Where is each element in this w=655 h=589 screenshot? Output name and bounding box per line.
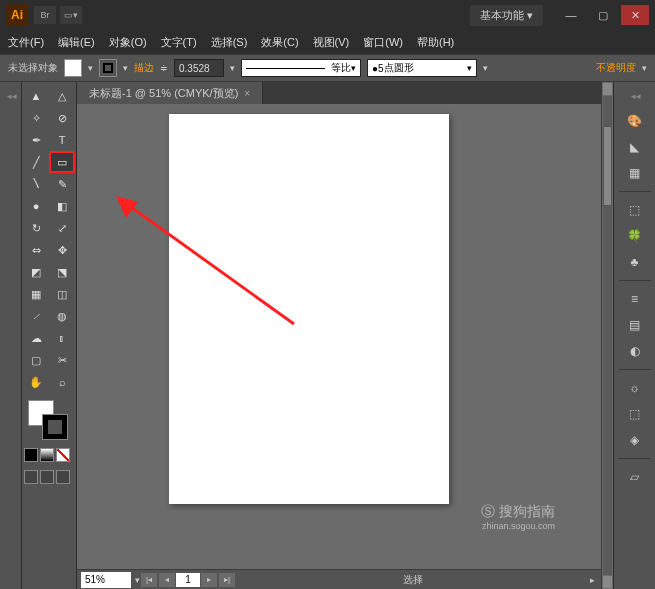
right-dock: ◂◂ 🎨◣▦⬚🍀♣≡▤◐☼⬚◈▱ <box>613 82 655 589</box>
blend-tool[interactable]: ◍ <box>50 306 74 326</box>
menu-item[interactable]: 帮助(H) <box>417 35 454 50</box>
rectangle-tool[interactable]: ▭ <box>50 152 74 172</box>
stroke-swatch[interactable] <box>99 59 117 77</box>
menu-item[interactable]: 对象(O) <box>109 35 147 50</box>
menu-item[interactable]: 选择(S) <box>211 35 248 50</box>
graph-tool[interactable]: ⫾ <box>50 328 74 348</box>
artboard-tool[interactable]: ▢ <box>24 350 48 370</box>
zoom-tool[interactable]: ⌕ <box>50 372 74 392</box>
slice-tool[interactable]: ✂ <box>50 350 74 370</box>
first-artboard-button[interactable]: |◂ <box>141 573 157 587</box>
blob-tool[interactable]: ● <box>24 196 48 216</box>
prev-artboard-button[interactable]: ◂ <box>159 573 175 587</box>
screen-mode-presentation[interactable] <box>56 470 70 484</box>
scale-tool[interactable]: ⤢ <box>50 218 74 238</box>
screen-mode-normal[interactable] <box>24 470 38 484</box>
canvas[interactable]: Ⓢ 搜狗指南 zhinan.sogou.com <box>77 104 601 569</box>
none-mode[interactable] <box>56 448 70 462</box>
mesh-tool[interactable]: ▦ <box>24 284 48 304</box>
minimize-button[interactable]: — <box>557 5 585 25</box>
arrange-button[interactable]: ▭▾ <box>60 6 82 24</box>
menu-item[interactable]: 文件(F) <box>8 35 44 50</box>
document-tab-title: 未标题-1 @ 51% (CMYK/预览) <box>89 86 238 101</box>
panel-icon-3[interactable]: ⬚ <box>624 199 646 221</box>
bridge-button[interactable]: Br <box>34 6 56 24</box>
document-tab[interactable]: 未标题-1 @ 51% (CMYK/预览) × <box>77 82 263 104</box>
panel-icon-0[interactable]: 🎨 <box>624 110 646 132</box>
tools-panel: ▲△✧⊘✒T╱▭〵✎●◧↻⤢⇔✥◩⬔▦◫⟋◍☁⫾▢✂✋⌕ <box>22 82 77 589</box>
status-mode: 选择 <box>236 573 590 587</box>
menu-item[interactable]: 视图(V) <box>313 35 350 50</box>
panel-icon-8[interactable]: ◐ <box>624 340 646 362</box>
stroke-color-box[interactable] <box>42 414 68 440</box>
panel-icon-11[interactable]: ◈ <box>624 429 646 451</box>
lasso-tool[interactable]: ⊘ <box>50 108 74 128</box>
eraser-tool[interactable]: ◧ <box>50 196 74 216</box>
free-transform-tool[interactable]: ✥ <box>50 240 74 260</box>
screen-mode-full[interactable] <box>40 470 54 484</box>
last-artboard-button[interactable]: ▸| <box>219 573 235 587</box>
menu-item[interactable]: 效果(C) <box>261 35 298 50</box>
panel-icon-2[interactable]: ▦ <box>624 162 646 184</box>
left-dock: ◂◂ <box>0 82 22 589</box>
zoom-input[interactable]: 51% <box>81 572 131 588</box>
stroke-weight-input[interactable] <box>174 59 224 77</box>
symbol-tool[interactable]: ☁ <box>24 328 48 348</box>
maximize-button[interactable]: ▢ <box>589 5 617 25</box>
menu-item[interactable]: 编辑(E) <box>58 35 95 50</box>
panel-icon-4[interactable]: 🍀 <box>624 225 646 247</box>
panel-icon-12[interactable]: ▱ <box>624 466 646 488</box>
line-tool[interactable]: ╱ <box>24 152 48 172</box>
close-tab-icon[interactable]: × <box>244 88 250 99</box>
panel-icon-7[interactable]: ▤ <box>624 314 646 336</box>
opacity-label[interactable]: 不透明度 <box>596 61 636 75</box>
stroke-label[interactable]: 描边 <box>134 61 154 75</box>
hand-tool[interactable]: ✋ <box>24 372 48 392</box>
panel-icon-10[interactable]: ⬚ <box>624 403 646 425</box>
pen-tool[interactable]: ✒ <box>24 130 48 150</box>
brush-tool[interactable]: 〵 <box>24 174 48 194</box>
ai-logo-icon: Ai <box>6 4 28 26</box>
vertical-scrollbar[interactable] <box>601 82 613 589</box>
panel-icon-5[interactable]: ♣ <box>624 251 646 273</box>
scroll-thumb[interactable] <box>603 126 612 206</box>
workspace-switcher[interactable]: 基本功能 ▾ <box>470 5 543 26</box>
scroll-up-button[interactable] <box>603 83 612 95</box>
pencil-tool[interactable]: ✎ <box>50 174 74 194</box>
scroll-track[interactable] <box>603 96 612 575</box>
close-button[interactable]: ✕ <box>621 5 649 25</box>
width-tool[interactable]: ⇔ <box>24 240 48 260</box>
dock-handle-icon[interactable]: ◂◂ <box>631 86 639 106</box>
dash-profile-select[interactable]: ● 5 点圆形▾ <box>367 59 477 77</box>
control-bar: 未选择对象 ▾ ▾ 描边 ≑ ▾ 等比▾ ● 5 点圆形▾ ▾ 不透明度 ▾ <box>0 54 655 82</box>
watermark: Ⓢ 搜狗指南 zhinan.sogou.com <box>481 503 555 531</box>
next-artboard-button[interactable]: ▸ <box>201 573 217 587</box>
color-mode[interactable] <box>24 448 38 462</box>
scroll-down-button[interactable] <box>603 576 612 588</box>
gradient-mode[interactable] <box>40 448 54 462</box>
selection-status: 未选择对象 <box>8 61 58 75</box>
title-bar: Ai Br ▭▾ 基本功能 ▾ — ▢ ✕ <box>0 0 655 30</box>
menu-item[interactable]: 窗口(W) <box>363 35 403 50</box>
perspective-tool[interactable]: ⬔ <box>50 262 74 282</box>
panel-icon-1[interactable]: ◣ <box>624 136 646 158</box>
fill-swatch[interactable] <box>64 59 82 77</box>
direct-selection-tool[interactable]: △ <box>50 86 74 106</box>
eyedropper-tool[interactable]: ⟋ <box>24 306 48 326</box>
status-bar: 51%▾ |◂ ◂ 1 ▸ ▸| 选择 ▸ <box>77 569 601 589</box>
magic-wand-tool[interactable]: ✧ <box>24 108 48 128</box>
panel-icon-9[interactable]: ☼ <box>624 377 646 399</box>
document-tab-bar: 未标题-1 @ 51% (CMYK/预览) × <box>77 82 601 104</box>
dock-handle-icon[interactable]: ◂◂ <box>7 86 15 106</box>
type-tool[interactable]: T <box>50 130 74 150</box>
menu-item[interactable]: 文字(T) <box>161 35 197 50</box>
scale-profile-select[interactable]: 等比▾ <box>241 59 361 77</box>
selection-tool[interactable]: ▲ <box>24 86 48 106</box>
panel-icon-6[interactable]: ≡ <box>624 288 646 310</box>
rotate-tool[interactable]: ↻ <box>24 218 48 238</box>
artboard-number-input[interactable]: 1 <box>176 573 200 587</box>
menu-bar: 文件(F)编辑(E)对象(O)文字(T)选择(S)效果(C)视图(V)窗口(W)… <box>0 30 655 54</box>
shape-builder-tool[interactable]: ◩ <box>24 262 48 282</box>
artboard[interactable] <box>169 114 449 504</box>
gradient-tool[interactable]: ◫ <box>50 284 74 304</box>
